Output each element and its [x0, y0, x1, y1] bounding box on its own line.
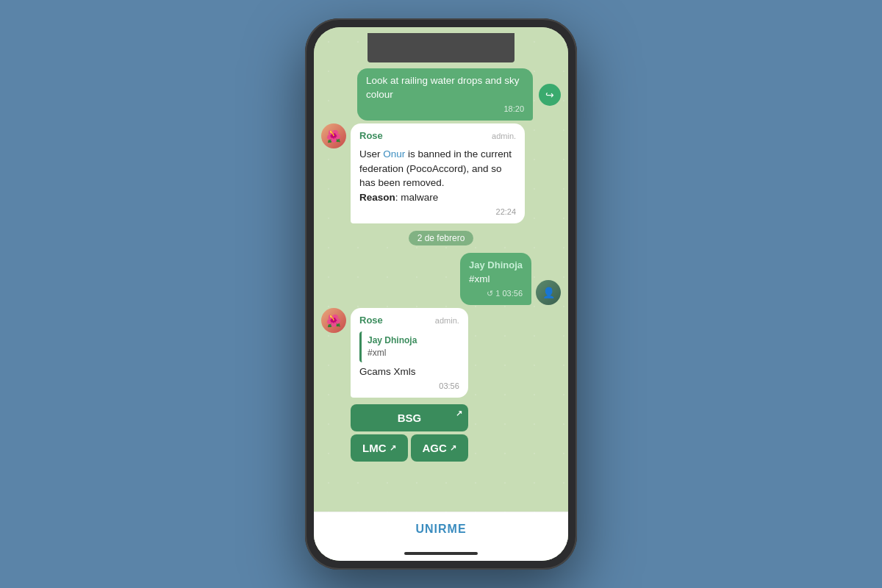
msg3-sender: Jay Dhinoja [469, 259, 523, 270]
chat-background: Look at railing water drops and sky colo… [314, 27, 568, 561]
msg4-badge: admin. [435, 315, 459, 326]
msg4-main-text: Gcams Xmls [359, 366, 416, 377]
bsg-button[interactable]: BSG ↗ [351, 404, 468, 431]
msg2-text: User Onur is banned in the current feder… [359, 147, 516, 204]
agc-button[interactable]: AGC ↗ [411, 434, 468, 462]
chat-scroll-area[interactable]: Look at railing water drops and sky colo… [314, 27, 568, 512]
date-divider: 2 de febrero [321, 231, 561, 245]
top-image-partial [368, 33, 514, 62]
bubble-msg3: Jay Dhinoja #xml ↺ 1 03:56 [460, 253, 531, 305]
reply-indicator: ↺ 1 [487, 288, 500, 299]
msg2-time: 22:24 [496, 207, 517, 218]
home-indicator [314, 546, 568, 561]
bubble-msg2: Rose admin. User Onur is banned in the c… [351, 123, 525, 223]
quote-author: Jay Dhinoja [368, 334, 453, 347]
onur-link[interactable]: Onur [383, 148, 405, 159]
phone-screen: Look at railing water drops and sky colo… [314, 27, 568, 561]
quote-block: Jay Dhinoja #xml [359, 331, 459, 362]
bubble-msg1: Look at railing water drops and sky colo… [357, 68, 533, 121]
msg3-time: 03:56 [502, 288, 523, 299]
msg1-text: Look at railing water drops and sky colo… [366, 75, 520, 100]
msg3-content: #xml [469, 273, 490, 284]
msg1-content: Look at railing water drops and sky colo… [357, 68, 561, 121]
date-label: 2 de febrero [409, 231, 474, 245]
reason-label: Reason [359, 192, 395, 203]
rose-avatar-2: 🌺 [321, 308, 346, 333]
msg4-content: Rose admin. Jay Dhinoja #xml Gcams Xmls … [351, 308, 468, 462]
jay-avatar: 👤 [536, 280, 561, 305]
msg4-time: 03:56 [439, 381, 459, 392]
message-4: 🌺 Rose admin. Jay Dhinoja #xml Gcams [321, 308, 468, 462]
lmc-arrow-icon: ↗ [390, 443, 396, 453]
message-1: Look at railing water drops and sky colo… [357, 68, 561, 121]
message-3: Jay Dhinoja #xml ↺ 1 03:56 👤 [460, 253, 561, 305]
msg2-badge: admin. [492, 131, 516, 142]
message-2: 🌺 Rose admin. User Onur is banned in the… [321, 123, 525, 223]
bubble-msg4: Rose admin. Jay Dhinoja #xml Gcams Xmls … [351, 308, 468, 398]
phone-frame: Look at railing water drops and sky colo… [305, 18, 577, 570]
home-bar-line [404, 552, 478, 555]
agc-arrow-icon: ↗ [450, 443, 456, 453]
unirme-button[interactable]: UNIRME [415, 523, 466, 536]
msg1-time: 18:20 [503, 104, 524, 115]
agc-label: AGC [423, 442, 447, 454]
rose-avatar: 🌺 [321, 123, 346, 148]
msg2-sender: Rose [359, 129, 383, 143]
gcam-buttons-container: BSG ↗ LMC ↗ AGC ↗ [351, 404, 468, 462]
lmc-button[interactable]: LMC ↗ [351, 434, 408, 462]
bsg-arrow-icon: ↗ [456, 409, 462, 418]
gcam-btn-row: LMC ↗ AGC ↗ [351, 434, 468, 462]
forward-button[interactable]: ↪ [539, 84, 561, 106]
msg4-sender: Rose [359, 314, 383, 327]
bottom-join-bar: UNIRME [314, 512, 568, 546]
quote-text: #xml [368, 347, 453, 359]
lmc-label: LMC [362, 442, 387, 454]
bsg-label: BSG [398, 412, 422, 424]
